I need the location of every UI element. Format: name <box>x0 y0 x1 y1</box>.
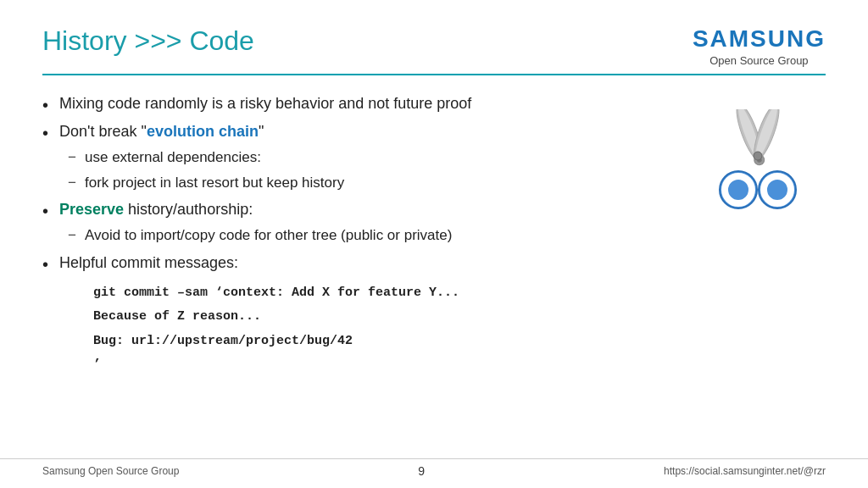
bullet-text-3-after: history/authorship: <box>124 201 253 218</box>
footer-url: https://social.samsunginter.net/@rzr <box>664 465 826 477</box>
slide-footer: Samsung Open Source Group 9 https://soci… <box>0 458 868 478</box>
bullet-text-1: Mixing code randomly is a risky behavior… <box>59 95 471 112</box>
sub-list-2: use external dependencies: fork project … <box>59 147 673 193</box>
bullet-text-2-before: Don't break " <box>59 123 147 140</box>
list-item: use external dependencies: <box>59 147 673 169</box>
scissors-icon <box>703 109 813 219</box>
bullet-text-4: Helpful commit messages: <box>59 254 238 271</box>
slide-header: History >>> Code SAMSUNG Open Source Gro… <box>42 25 826 75</box>
slide-content: Mixing code randomly is a risky behavior… <box>42 92 826 383</box>
sub-item-2-1: use external dependencies: <box>85 149 261 165</box>
code-line-3: Bug: url://upstream/project/bug/42 <box>93 330 673 354</box>
logo-area: SAMSUNG Open Source Group <box>693 25 826 67</box>
main-content: Mixing code randomly is a risky behavior… <box>42 92 673 383</box>
code-block: git commit –sam ‘context: Add X for feat… <box>93 281 673 378</box>
list-item: fork project in last resort but keep his… <box>59 172 673 194</box>
sub-item-2-2: fork project in last resort but keep his… <box>85 175 344 191</box>
bold-preserve: Preserve <box>59 201 124 218</box>
sub-item-3-1: Avoid to import/copy code for other tree… <box>85 227 452 243</box>
slide-container: History >>> Code SAMSUNG Open Source Gro… <box>0 0 868 488</box>
list-item: Avoid to import/copy code for other tree… <box>59 225 673 247</box>
code-line-2: Because of Z reason... <box>93 305 673 330</box>
open-source-group-label: Open Source Group <box>693 54 826 67</box>
list-item: Helpful commit messages: git commit –sam… <box>42 252 673 378</box>
bullet-list: Mixing code randomly is a risky behavior… <box>42 92 673 378</box>
list-item: Mixing code randomly is a risky behavior… <box>42 92 673 115</box>
code-line-4: ’ <box>93 353 673 378</box>
footer-left: Samsung Open Source Group <box>42 465 179 477</box>
code-line-1: git commit –sam ‘context: Add X for feat… <box>93 281 673 306</box>
slide-title: History >>> Code <box>42 25 254 57</box>
bold-evolution-chain: evolution chain <box>147 123 259 140</box>
svg-point-10 <box>754 152 762 160</box>
list-item: Preserve history/authorship: Avoid to im… <box>42 198 673 247</box>
bullet-text-2-after: " <box>259 123 264 140</box>
samsung-logo: SAMSUNG <box>693 25 826 53</box>
footer-page-number: 9 <box>418 464 425 478</box>
list-item: Don't break "evolution chain" use extern… <box>42 120 673 193</box>
sub-list-3: Avoid to import/copy code for other tree… <box>59 225 673 247</box>
scissors-area <box>690 92 826 383</box>
